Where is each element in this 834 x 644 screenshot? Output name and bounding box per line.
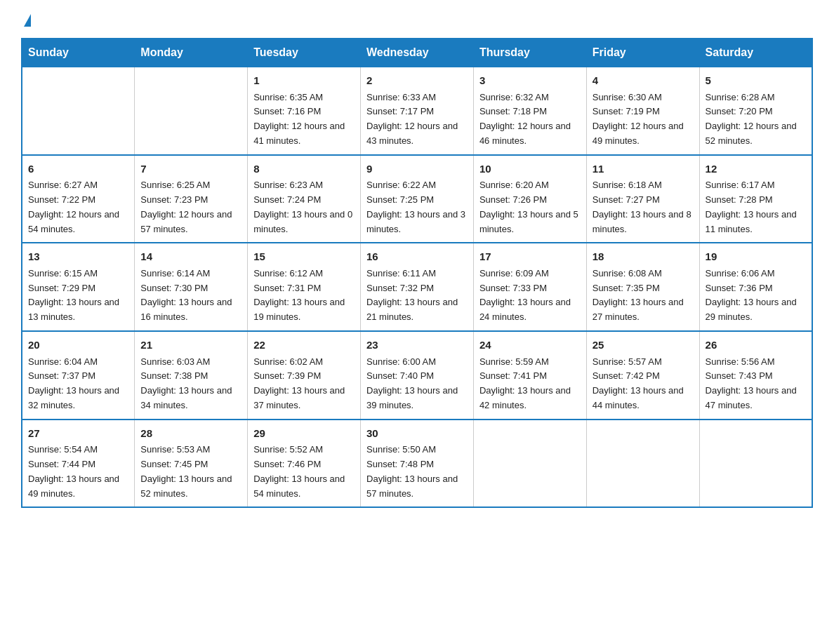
- calendar-cell: 26Sunrise: 5:56 AMSunset: 7:43 PMDayligh…: [699, 331, 812, 420]
- day-info: Sunrise: 6:32 AMSunset: 7:18 PMDaylight:…: [479, 90, 581, 149]
- calendar-week-row: 20Sunrise: 6:04 AMSunset: 7:37 PMDayligh…: [22, 331, 812, 420]
- day-number: 24: [479, 337, 581, 354]
- calendar-cell: 30Sunrise: 5:50 AMSunset: 7:48 PMDayligh…: [361, 420, 474, 508]
- calendar-week-row: 27Sunrise: 5:54 AMSunset: 7:44 PMDayligh…: [22, 420, 812, 508]
- logo: [21, 14, 31, 25]
- calendar-cell: 2Sunrise: 6:33 AMSunset: 7:17 PMDaylight…: [361, 67, 474, 155]
- day-number: 15: [253, 249, 355, 265]
- weekday-header-friday: Friday: [586, 39, 699, 67]
- day-info: Sunrise: 6:04 AMSunset: 7:37 PMDaylight:…: [28, 355, 128, 413]
- day-info: Sunrise: 5:52 AMSunset: 7:46 PMDaylight:…: [253, 443, 355, 501]
- day-info: Sunrise: 6:35 AMSunset: 7:16 PMDaylight:…: [253, 90, 355, 149]
- calendar-cell: 8Sunrise: 6:23 AMSunset: 7:24 PMDaylight…: [248, 155, 361, 243]
- calendar-cell: 3Sunrise: 6:32 AMSunset: 7:18 PMDaylight…: [473, 67, 586, 155]
- day-info: Sunrise: 6:20 AMSunset: 7:26 PMDaylight:…: [479, 178, 581, 236]
- calendar-cell: 4Sunrise: 6:30 AMSunset: 7:19 PMDaylight…: [586, 67, 699, 155]
- weekday-header-saturday: Saturday: [699, 39, 812, 67]
- day-number: 4: [593, 73, 694, 89]
- day-info: Sunrise: 6:11 AMSunset: 7:32 PMDaylight:…: [366, 267, 468, 325]
- calendar-cell: 23Sunrise: 6:00 AMSunset: 7:40 PMDayligh…: [361, 331, 474, 420]
- day-info: Sunrise: 6:28 AMSunset: 7:20 PMDaylight:…: [706, 90, 806, 149]
- day-number: 14: [140, 249, 241, 265]
- calendar-cell: 16Sunrise: 6:11 AMSunset: 7:32 PMDayligh…: [361, 243, 474, 331]
- logo-text: [21, 14, 31, 28]
- day-info: Sunrise: 6:30 AMSunset: 7:19 PMDaylight:…: [593, 90, 694, 149]
- day-info: Sunrise: 6:00 AMSunset: 7:40 PMDaylight:…: [366, 355, 468, 413]
- day-number: 29: [253, 426, 355, 442]
- calendar-cell: [586, 420, 699, 508]
- calendar-cell: 12Sunrise: 6:17 AMSunset: 7:28 PMDayligh…: [699, 155, 812, 243]
- calendar-cell: 24Sunrise: 5:59 AMSunset: 7:41 PMDayligh…: [473, 331, 586, 420]
- day-number: 17: [479, 249, 581, 265]
- calendar-cell: 25Sunrise: 5:57 AMSunset: 7:42 PMDayligh…: [586, 331, 699, 420]
- day-number: 5: [706, 73, 806, 89]
- weekday-header-tuesday: Tuesday: [248, 39, 361, 67]
- day-info: Sunrise: 5:56 AMSunset: 7:43 PMDaylight:…: [706, 355, 806, 413]
- weekday-header-row: SundayMondayTuesdayWednesdayThursdayFrid…: [22, 39, 812, 67]
- calendar-cell: 11Sunrise: 6:18 AMSunset: 7:27 PMDayligh…: [586, 155, 699, 243]
- day-number: 20: [28, 337, 128, 354]
- day-number: 21: [140, 337, 241, 354]
- calendar-table: SundayMondayTuesdayWednesdayThursdayFrid…: [21, 38, 813, 508]
- weekday-header-thursday: Thursday: [473, 39, 586, 67]
- logo-triangle-icon: [24, 14, 31, 27]
- weekday-header-sunday: Sunday: [22, 39, 135, 67]
- day-number: 18: [593, 249, 694, 265]
- calendar-cell: [22, 67, 135, 155]
- day-number: 3: [479, 73, 581, 89]
- day-number: 6: [28, 161, 128, 177]
- calendar-cell: 10Sunrise: 6:20 AMSunset: 7:26 PMDayligh…: [473, 155, 586, 243]
- day-number: 10: [479, 161, 581, 177]
- day-number: 27: [28, 426, 128, 442]
- day-info: Sunrise: 6:02 AMSunset: 7:39 PMDaylight:…: [253, 355, 355, 413]
- calendar-cell: 13Sunrise: 6:15 AMSunset: 7:29 PMDayligh…: [22, 243, 135, 331]
- day-number: 25: [593, 337, 694, 354]
- calendar-cell: 17Sunrise: 6:09 AMSunset: 7:33 PMDayligh…: [473, 243, 586, 331]
- calendar-cell: [473, 420, 586, 508]
- day-info: Sunrise: 5:57 AMSunset: 7:42 PMDaylight:…: [593, 355, 694, 413]
- day-info: Sunrise: 6:23 AMSunset: 7:24 PMDaylight:…: [253, 178, 355, 236]
- day-info: Sunrise: 5:50 AMSunset: 7:48 PMDaylight:…: [366, 443, 468, 501]
- calendar-cell: 7Sunrise: 6:25 AMSunset: 7:23 PMDaylight…: [135, 155, 248, 243]
- day-number: 26: [706, 337, 806, 354]
- day-number: 9: [366, 161, 468, 177]
- day-info: Sunrise: 6:03 AMSunset: 7:38 PMDaylight:…: [140, 355, 241, 413]
- weekday-header-wednesday: Wednesday: [361, 39, 474, 67]
- day-info: Sunrise: 6:33 AMSunset: 7:17 PMDaylight:…: [366, 90, 468, 149]
- day-info: Sunrise: 5:59 AMSunset: 7:41 PMDaylight:…: [479, 355, 581, 413]
- day-number: 13: [28, 249, 128, 265]
- day-info: Sunrise: 6:09 AMSunset: 7:33 PMDaylight:…: [479, 267, 581, 325]
- weekday-header-monday: Monday: [135, 39, 248, 67]
- day-number: 19: [706, 249, 806, 265]
- day-number: 1: [253, 73, 355, 89]
- day-number: 2: [366, 73, 468, 89]
- day-info: Sunrise: 6:14 AMSunset: 7:30 PMDaylight:…: [140, 267, 241, 325]
- day-number: 23: [366, 337, 468, 354]
- day-info: Sunrise: 6:27 AMSunset: 7:22 PMDaylight:…: [28, 178, 128, 236]
- day-number: 28: [140, 426, 241, 442]
- day-number: 12: [706, 161, 806, 177]
- day-info: Sunrise: 6:06 AMSunset: 7:36 PMDaylight:…: [706, 267, 806, 325]
- day-info: Sunrise: 5:54 AMSunset: 7:44 PMDaylight:…: [28, 443, 128, 501]
- calendar-week-row: 13Sunrise: 6:15 AMSunset: 7:29 PMDayligh…: [22, 243, 812, 331]
- day-info: Sunrise: 6:22 AMSunset: 7:25 PMDaylight:…: [366, 178, 468, 236]
- day-number: 11: [593, 161, 694, 177]
- calendar-cell: 14Sunrise: 6:14 AMSunset: 7:30 PMDayligh…: [135, 243, 248, 331]
- calendar-cell: [699, 420, 812, 508]
- day-info: Sunrise: 6:08 AMSunset: 7:35 PMDaylight:…: [593, 267, 694, 325]
- calendar-cell: 21Sunrise: 6:03 AMSunset: 7:38 PMDayligh…: [135, 331, 248, 420]
- calendar-cell: 18Sunrise: 6:08 AMSunset: 7:35 PMDayligh…: [586, 243, 699, 331]
- calendar-week-row: 1Sunrise: 6:35 AMSunset: 7:16 PMDaylight…: [22, 67, 812, 155]
- calendar-cell: [135, 67, 248, 155]
- day-number: 16: [366, 249, 468, 265]
- calendar-cell: 28Sunrise: 5:53 AMSunset: 7:45 PMDayligh…: [135, 420, 248, 508]
- calendar-cell: 5Sunrise: 6:28 AMSunset: 7:20 PMDaylight…: [699, 67, 812, 155]
- day-info: Sunrise: 6:12 AMSunset: 7:31 PMDaylight:…: [253, 267, 355, 325]
- day-number: 7: [140, 161, 241, 177]
- calendar-cell: 29Sunrise: 5:52 AMSunset: 7:46 PMDayligh…: [248, 420, 361, 508]
- calendar-cell: 27Sunrise: 5:54 AMSunset: 7:44 PMDayligh…: [22, 420, 135, 508]
- calendar-cell: 19Sunrise: 6:06 AMSunset: 7:36 PMDayligh…: [699, 243, 812, 331]
- day-info: Sunrise: 6:15 AMSunset: 7:29 PMDaylight:…: [28, 267, 128, 325]
- calendar-cell: 22Sunrise: 6:02 AMSunset: 7:39 PMDayligh…: [248, 331, 361, 420]
- calendar-cell: 1Sunrise: 6:35 AMSunset: 7:16 PMDaylight…: [248, 67, 361, 155]
